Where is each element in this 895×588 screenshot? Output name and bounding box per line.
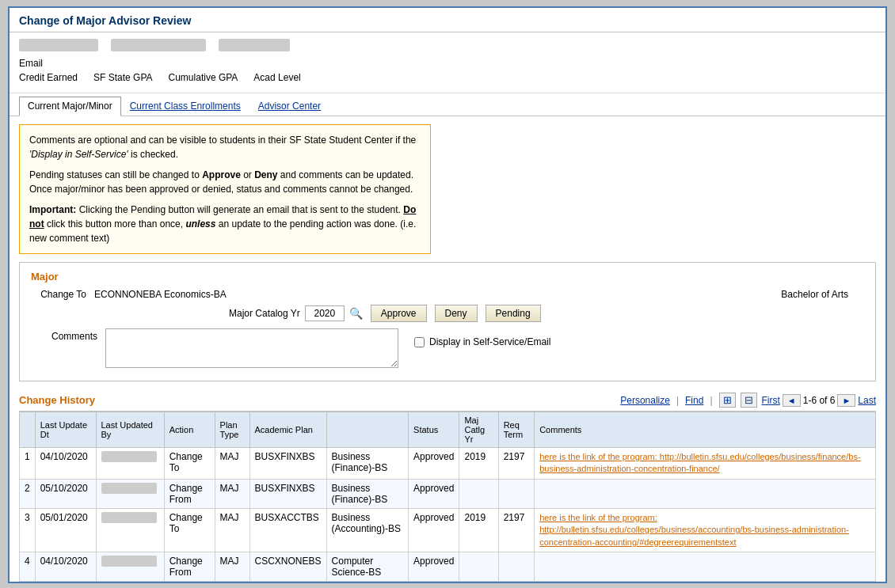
notice-line1: Comments are optional and can be visible… — [29, 133, 421, 161]
col-academic-plan: Academic Plan — [249, 412, 326, 448]
table-cell-7: Approved — [409, 552, 459, 581]
major-section-title: Major — [31, 271, 864, 283]
table-cell-9 — [498, 552, 535, 581]
table-row: 205/10/2020Change FromMAJBUSXFINXBSBusin… — [20, 479, 876, 508]
degree-value: Bachelor of Arts — [781, 289, 848, 300]
catalog-yr-input[interactable] — [305, 305, 345, 321]
col-num — [20, 412, 36, 448]
table-cell-10: here is the link of the program: http://… — [535, 508, 876, 552]
table-cell-7: Approved — [409, 508, 459, 552]
table-header-row: Last Update Dt Last Updated By Action Pl… — [20, 412, 876, 448]
col-last-updated-by: Last Updated By — [96, 412, 164, 448]
download-icon[interactable]: ⊟ — [741, 393, 757, 408]
redacted-name3 — [219, 39, 290, 51]
table-cell-0: 4 — [20, 552, 36, 581]
view-all-icon[interactable]: ⊞ — [719, 393, 736, 408]
table-cell-10 — [535, 479, 876, 508]
cumulative-gpa-label: Cumulative GPA — [169, 72, 238, 83]
col-plan-type: Plan Type — [215, 412, 249, 448]
comments-textarea[interactable] — [105, 328, 398, 368]
personalize-link[interactable]: Personalize — [620, 395, 670, 406]
change-history-title: Change History — [19, 394, 95, 406]
table-cell-8 — [459, 479, 498, 508]
table-cell-3: Change To — [164, 508, 215, 552]
top-info-section: Email Credit Earned SF State GPA Cumulat… — [10, 32, 885, 93]
redacted-name1 — [19, 39, 98, 51]
pagination-text: 1-6 of 6 — [803, 395, 836, 406]
col-comments: Comments — [535, 412, 876, 448]
next-btn[interactable]: ► — [837, 394, 855, 407]
table-cell-0: 3 — [20, 508, 36, 552]
change-to-value: ECONNONEBA Economics-BA — [94, 289, 227, 300]
table-cell-3: Change From — [164, 479, 215, 508]
table-cell-9 — [498, 479, 535, 508]
table-cell-6: Computer Science-BS — [326, 552, 409, 581]
table-cell-0: 1 — [20, 448, 36, 480]
notice-line2: Pending statuses can still be changed to… — [29, 168, 421, 196]
tab-advisor-center[interactable]: Advisor Center — [249, 97, 329, 116]
table-cell-7: Approved — [409, 479, 459, 508]
prev-btn[interactable]: ◄ — [783, 394, 801, 407]
table-cell-5: BUSXFINXBS — [249, 479, 326, 508]
table-cell-1: 05/01/2020 — [35, 508, 96, 552]
table-cell-5: BUSXFINXBS — [249, 448, 326, 480]
tab-current-major-minor[interactable]: Current Major/Minor — [19, 97, 121, 116]
table-cell-5: CSCXNONEBS — [249, 552, 326, 581]
col-last-update-dt: Last Update Dt — [35, 412, 96, 448]
tab-current-class-enrollments[interactable]: Current Class Enrollments — [121, 97, 249, 116]
table-cell-6: Business (Finance)-BS — [326, 448, 409, 480]
table-cell-0: 2 — [20, 479, 36, 508]
table-cell-1: 04/10/2020 — [35, 552, 96, 581]
change-history-header: Change History Personalize | Find | ⊞ ⊟ … — [19, 389, 876, 412]
catalog-search-icon[interactable]: 🔍 — [349, 307, 363, 320]
table-row: 305/01/2020Change ToMAJBUSXACCTBSBusines… — [20, 508, 876, 552]
comments-area: Comments Display in Self-Service/Email — [42, 328, 864, 373]
table-cell-10 — [535, 552, 876, 581]
table-cell-4: MAJ — [215, 508, 249, 552]
sf-gpa-label: SF State GPA — [93, 72, 152, 83]
col-status: Status — [409, 412, 459, 448]
col-maj-catlg-yr: Maj Catlg Yr — [459, 412, 498, 448]
table-cell-7: Approved — [409, 448, 459, 480]
table-cell-6: Business (Finance)-BS — [326, 479, 409, 508]
fields-row: Credit Earned SF State GPA Cumulative GP… — [19, 72, 876, 83]
col-action: Action — [164, 412, 215, 448]
pending-button[interactable]: Pending — [486, 305, 541, 322]
comment-link[interactable]: here is the link of the program: http://… — [539, 513, 849, 547]
email-label: Email — [19, 58, 43, 69]
last-link[interactable]: Last — [858, 395, 876, 406]
table-cell-8 — [459, 552, 498, 581]
self-service-checkbox[interactable] — [414, 337, 425, 347]
find-link[interactable]: Find — [685, 395, 703, 406]
table-cell-9: 2197 — [498, 448, 535, 480]
table-cell-9: 2197 — [498, 508, 535, 552]
pagination: First ◄ 1-6 of 6 ► Last — [762, 394, 877, 407]
table-cell-6: Business (Accounting)-BS — [326, 508, 409, 552]
table-cell-10: here is the link of the program: http://… — [535, 448, 876, 480]
comments-label: Comments — [42, 328, 97, 342]
deny-button[interactable]: Deny — [435, 305, 478, 322]
tabs-row: Current Major/Minor Current Class Enroll… — [10, 93, 885, 116]
table-cell-4: MAJ — [215, 448, 249, 480]
col-academic-plan-full — [326, 412, 409, 448]
table-row: 404/10/2020Change FromMAJCSCXNONEBSCompu… — [20, 552, 876, 581]
main-container: Change of Major Advisor Review Email Cre… — [8, 6, 887, 583]
change-to-row: Change To ECONNONEBA Economics-BA Bachel… — [31, 289, 864, 300]
table-cell-3: Change To — [164, 448, 215, 480]
catalog-row: Major Catalog Yr 🔍 Approve Deny Pending — [31, 305, 864, 322]
self-service-row: Display in Self-Service/Email — [414, 332, 550, 347]
table-cell-3: Change From — [164, 552, 215, 581]
major-section: Major Change To ECONNONEBA Economics-BA … — [19, 262, 876, 381]
first-link[interactable]: First — [762, 395, 780, 406]
ch-controls: Personalize | Find | ⊞ ⊟ First ◄ 1-6 of … — [620, 393, 876, 408]
credit-earned-label: Credit Earned — [19, 72, 78, 83]
table-cell-1: 05/10/2020 — [35, 479, 96, 508]
notice-line3: Important: Clicking the Pending button w… — [29, 203, 421, 245]
notice-box: Comments are optional and can be visible… — [19, 124, 431, 254]
table-cell-5: BUSXACCTBS — [249, 508, 326, 552]
table-cell-2 — [96, 508, 164, 552]
table-cell-1: 04/10/2020 — [35, 448, 96, 480]
approve-button[interactable]: Approve — [371, 305, 427, 322]
comment-link[interactable]: here is the link of the program: http://… — [539, 452, 860, 473]
change-history-table: Last Update Dt Last Updated By Action Pl… — [19, 412, 876, 582]
